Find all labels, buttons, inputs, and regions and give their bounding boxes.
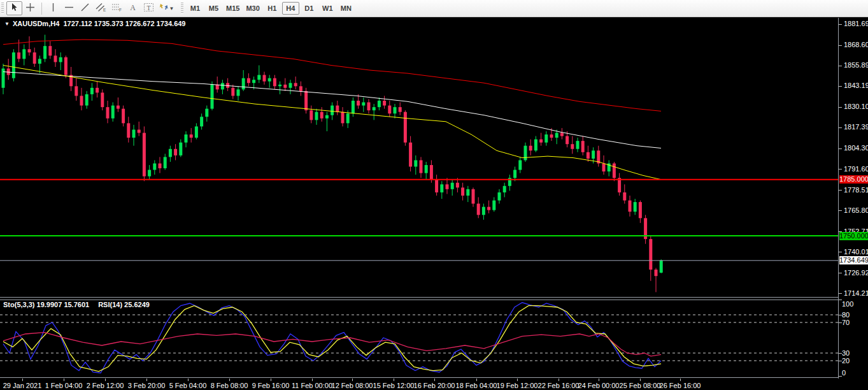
candle-body [169, 149, 172, 157]
time-axis-label: 8 Feb 08:00 [211, 382, 248, 389]
timeframe-H4-button[interactable]: H4 [282, 2, 299, 15]
timeframe-MN-button[interactable]: MN [338, 2, 355, 15]
indicator-axis-label: 20 [842, 357, 850, 365]
price-axis-label: 1791.600 [844, 165, 868, 173]
timeframe-M15-button[interactable]: M15 [224, 2, 242, 15]
time-axis-tick [559, 379, 559, 381]
mt4-window: EFAT▼ M1M5M15M30H1H4D1W1MN ▼XAUUSDm,H4 1… [0, 0, 868, 390]
time-axis-label: 25 Feb 08:00 [620, 382, 661, 389]
price-axis-tick [839, 210, 842, 211]
crosshair-tool-button[interactable] [22, 1, 38, 15]
candle-body [283, 85, 287, 88]
indicator-axis-tick [839, 376, 842, 377]
indicator-axis-label: 0 [842, 369, 846, 377]
time-axis-tick [229, 379, 230, 381]
price-axis-label: 1843.190 [844, 82, 868, 90]
cursor-tool-button[interactable] [6, 1, 22, 15]
vertical-line-tool-button[interactable] [45, 1, 61, 15]
price-axis-border [838, 18, 839, 379]
time-axis-label: 2 Feb 12:00 [87, 382, 124, 389]
text-label-icon: T [143, 3, 154, 15]
candle-body [22, 49, 25, 59]
equidistant-channel-tool-button[interactable]: E [93, 1, 109, 15]
stochastic-label: Sto(5,3,3) 19.9907 15.7601 [3, 301, 89, 308]
timeframes-group: M1M5M15M30H1H4D1W1MN [186, 2, 355, 15]
indicator-axis-tick [839, 353, 842, 354]
price-axis-label: 1726.920 [844, 269, 868, 277]
candle-body [273, 78, 276, 87]
candle-body [247, 78, 250, 83]
candle-body [90, 88, 94, 94]
timeframe-toolbar-grip[interactable] [181, 3, 183, 14]
candle-body [623, 192, 626, 201]
candle-body [362, 103, 365, 106]
tools-group: EFAT▼ [6, 1, 176, 15]
timeframe-M30-button[interactable]: M30 [243, 2, 262, 15]
time-axis-tick [599, 379, 599, 381]
price-axis-label: 1804.305 [844, 144, 868, 152]
candle-body [211, 85, 214, 109]
price-axis-tick [839, 273, 842, 273]
dropdown-caret-icon[interactable]: ▼ [169, 6, 174, 11]
candle-body [48, 46, 52, 55]
candle-body [518, 160, 522, 170]
candle-body [503, 186, 506, 192]
candle-body [138, 129, 141, 133]
candle-body [268, 78, 271, 82]
symbol-period-label: XAUUSDm,H4 [13, 20, 59, 27]
timeframe-M1-button[interactable]: M1 [187, 2, 204, 15]
time-axis-tick [146, 379, 147, 381]
candle-body [85, 94, 89, 106]
horizontal-line-tool-button[interactable] [61, 1, 77, 15]
ma-yellow-line [3, 66, 661, 180]
indicator-axis-label: 80 [842, 311, 850, 319]
time-axis-tick [640, 379, 641, 381]
time-axis-tick [352, 379, 353, 381]
timeframe-W1-button[interactable]: W1 [319, 2, 336, 15]
stochastic-main-line [3, 303, 661, 373]
candle-body [487, 207, 490, 210]
main-chart-canvas[interactable] [0, 18, 838, 297]
candle-body [399, 107, 402, 112]
timeframe-M5-button[interactable]: M5 [205, 2, 222, 15]
candle-body [320, 112, 324, 119]
timeframe-H1-button[interactable]: H1 [264, 2, 281, 15]
time-axis-border [0, 377, 838, 378]
crosshair-icon [25, 3, 35, 15]
fibonacci-icon: F [111, 3, 122, 15]
subwindow-separator[interactable] [0, 297, 838, 298]
candle-body [325, 115, 329, 119]
candle-body [28, 49, 31, 52]
arrows-tool-button[interactable]: ▼ [157, 1, 176, 15]
candle-body [242, 78, 245, 90]
trendline-tool-button[interactable] [77, 1, 93, 15]
price-axis-label: 1714.215 [844, 289, 868, 298]
timeframe-D1-button[interactable]: D1 [301, 2, 318, 15]
candle-body [17, 52, 20, 59]
candle-body [216, 85, 219, 90]
candle-body [378, 101, 381, 107]
candle-body [122, 109, 125, 124]
candle-body [602, 163, 606, 171]
indicator-axis-label: 70 [842, 319, 850, 326]
stochastic-signal-line [3, 306, 661, 372]
candle-body [278, 85, 281, 87]
indicator-canvas[interactable] [0, 300, 838, 376]
price-badge-1785.000: 1785.000 [839, 175, 868, 184]
candle-body [498, 192, 501, 201]
candle-body [555, 133, 559, 138]
toolbar-separator [41, 3, 42, 15]
toolbar-grip[interactable] [1, 3, 4, 14]
candle-body [482, 207, 485, 215]
fibonacci-tool-button[interactable]: F [109, 1, 125, 15]
time-axis-label: 11 Feb 00:00 [292, 382, 332, 389]
time-axis-label: 24 Feb 00:00 [578, 382, 620, 389]
text-icon: A [128, 3, 138, 15]
text-tool-button[interactable]: A [125, 1, 141, 15]
time-axis-tick [271, 379, 271, 381]
candle-body [634, 202, 637, 212]
indicator-axis-tick [839, 322, 842, 323]
candle-body [237, 89, 240, 96]
text-label-tool-button[interactable]: T [141, 1, 157, 15]
candle-body [451, 183, 454, 189]
